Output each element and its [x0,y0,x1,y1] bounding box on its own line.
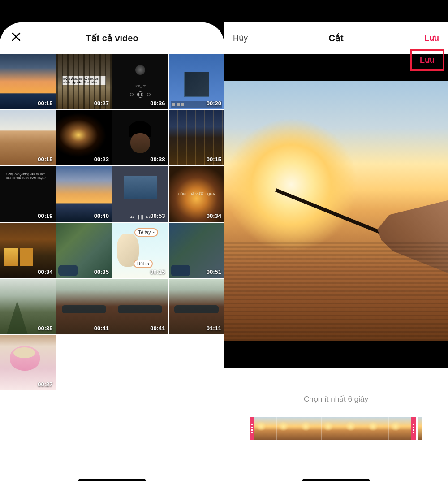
video-thumbnail[interactable]: 00:20 [169,54,224,109]
video-thumbnail[interactable]: 00:35 [56,223,112,278]
video-duration: 00:51 [207,268,221,275]
trim-hint: Chọn ít nhất 6 giây [304,394,368,404]
video-duration: 00:34 [207,212,221,219]
trim-frame [254,417,277,440]
video-duration: 00:35 [38,325,52,332]
video-thumbnail[interactable]: 00:36Tqn_75❚❚ [112,54,168,109]
trim-title: Cắt [328,33,343,43]
video-duration: 00:38 [150,156,165,163]
video-thumbnail[interactable]: 00:40 [56,166,112,222]
trim-frame [299,417,322,440]
video-duration: 00:53 [150,212,165,219]
video-duration: 00:27 [94,100,109,107]
video-thumbnail[interactable]: 00:35 [0,279,56,334]
video-thumbnail[interactable]: 00:27một số câu nói của ex khi mình gặp … [56,54,112,109]
save-button[interactable]: Lưu [424,33,439,43]
picker-title: Tất cả video [86,33,138,43]
video-thumbnail[interactable]: 00:34CŨNG ĐÃ VƯỢT QUA [169,166,224,222]
save-highlight-box: Lưu [410,49,444,71]
home-indicator [78,479,146,481]
video-thumbnail[interactable]: 00:15 [169,110,224,166]
video-duration: 00:15 [150,268,165,275]
trim-overflow-frame [418,417,422,440]
video-duration: 00:41 [94,325,109,332]
trim-screen: Hủy Cắt Lưu Lưu Chọn ít nhất 6 giây [224,22,448,485]
video-duration: 00:22 [94,156,109,163]
video-duration: 00:20 [207,100,221,107]
video-duration: 00:34 [38,268,52,275]
video-duration: 00:35 [94,268,109,275]
trim-frame [277,417,299,440]
video-thumbnail[interactable]: 00:19Sống còn vương vấn thì làm sao có t… [0,166,56,222]
trim-strip[interactable] [250,417,416,440]
video-thumbnail[interactable]: 01:11 [169,279,224,334]
video-thumbnail[interactable]: 00:41 [112,279,168,334]
video-thumbnail[interactable]: 00:51 [169,223,224,278]
video-duration: 00:15 [207,156,221,163]
video-thumbnail[interactable]: 00:27 [0,335,56,391]
home-indicator [302,479,370,481]
cancel-button[interactable]: Hủy [233,33,248,43]
video-picker-screen: Tất cả video 00:1500:27một số câu nói củ… [0,22,224,485]
video-thumbnail[interactable]: 00:34 [0,223,56,278]
video-thumbnail[interactable]: 00:41 [56,279,112,334]
trim-controls: Chọn ít nhất 6 giây [224,368,448,485]
video-duration: 00:19 [38,212,52,219]
close-icon[interactable] [11,31,22,45]
trim-frame [366,417,389,440]
trim-frame [344,417,366,440]
video-duration: 00:15 [38,100,52,107]
trim-frame [322,417,344,440]
video-thumbnail[interactable]: 00:15Tê tay ~Rút ra [112,223,168,278]
video-preview[interactable] [224,81,448,341]
video-duration: 00:41 [150,325,165,332]
video-thumbnail[interactable]: 00:38 [112,110,168,166]
video-thumbnail[interactable]: 00:15 [0,54,56,109]
preview-area [224,54,448,368]
video-grid: 00:1500:27một số câu nói của ex khi mình… [0,54,224,390]
video-duration: 00:27 [38,381,52,388]
video-thumbnail[interactable]: 00:15 [0,110,56,166]
trim-frame [389,417,411,440]
video-duration: 00:36 [150,100,165,107]
video-thumbnail[interactable]: 00:53◂◂❚❚▸▸ [112,166,168,222]
video-duration: 00:15 [38,156,52,163]
picker-header: Tất cả video [0,22,224,54]
video-duration: 01:11 [207,325,221,332]
video-duration: 00:40 [94,212,109,219]
video-thumbnail[interactable]: 00:22 [56,110,112,166]
